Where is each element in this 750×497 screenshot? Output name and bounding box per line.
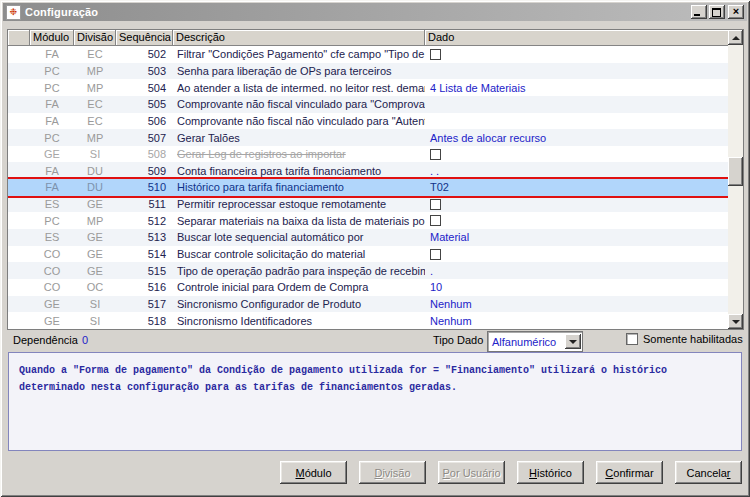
- cell-descricao: Sincronismo Identificadores: [173, 315, 425, 327]
- cell-sequencia: 516: [116, 281, 173, 293]
- cell-modulo: FA: [30, 115, 74, 127]
- dado-checkbox[interactable]: [430, 215, 441, 226]
- por-usuario-button[interactable]: Por Usuário: [438, 461, 505, 484]
- table-body: FA EC 502 Filtrar "Condições Pagamento" …: [8, 46, 728, 329]
- title-bar[interactable]: ❉ Configuração ×: [3, 3, 747, 21]
- arrow-up-icon: [732, 36, 740, 40]
- table-scrollbar[interactable]: [728, 30, 743, 329]
- table-header-row: Módulo Divisão Sequência Descrição Dado: [8, 30, 728, 46]
- cell-dado: T02: [425, 181, 728, 193]
- arrow-down-icon: [732, 320, 740, 324]
- cell-modulo: PC: [30, 82, 74, 94]
- header-sequencia[interactable]: Sequência: [116, 30, 173, 46]
- cell-descricao: Gerar Log de registros ao importar: [173, 148, 425, 160]
- scrollbar-thumb[interactable]: [728, 157, 743, 186]
- dropdown-button[interactable]: [565, 334, 581, 349]
- table-row[interactable]: PC MP 503 Senha para liberação de OPs pa…: [8, 63, 728, 80]
- dado-value: 10: [430, 281, 442, 293]
- cell-sequencia: 511: [116, 198, 173, 210]
- dependencia-value: 0: [82, 334, 88, 346]
- modulo-button[interactable]: Módulo: [280, 461, 347, 484]
- cell-modulo: FA: [30, 165, 74, 177]
- table-row[interactable]: FA DU 509 Conta financeira para tarifa f…: [8, 162, 728, 179]
- config-description-text: Quando a "Forma de pagamento" da Condiçã…: [19, 365, 667, 393]
- cell-modulo: ES: [30, 198, 74, 210]
- cell-sequencia: 510: [116, 181, 173, 193]
- dado-checkbox[interactable]: [430, 149, 441, 160]
- dado-checkbox[interactable]: [430, 199, 441, 210]
- dado-value: .: [430, 265, 433, 277]
- cell-divisao: DU: [74, 165, 116, 177]
- divisao-button[interactable]: Divisão: [359, 461, 426, 484]
- cell-dado: 4 Lista de Materiais: [425, 82, 728, 94]
- cell-sequencia: 508: [116, 148, 173, 160]
- cell-divisao: SI: [74, 298, 116, 310]
- cell-divisao: GE: [74, 231, 116, 243]
- tipo-dado-selected-value: Alfanumérico: [488, 336, 564, 348]
- table-row[interactable]: GE SI 517 Sincronismo Configurador de Pr…: [8, 296, 728, 313]
- header-divisao[interactable]: Divisão: [74, 30, 116, 46]
- scroll-up-button[interactable]: [728, 30, 743, 45]
- table-row[interactable]: PC MP 512 Separar materiais na baixa da …: [8, 212, 728, 229]
- table-row[interactable]: FA EC 502 Filtrar "Condições Pagamento" …: [8, 46, 728, 63]
- cell-dado: [425, 215, 728, 226]
- table-row[interactable]: ES GE 511 Permitir reprocessar estoque r…: [8, 196, 728, 213]
- app-icon: ❉: [6, 5, 21, 20]
- table-row[interactable]: GE SI 508 Gerar Log de registros ao impo…: [8, 146, 728, 163]
- cell-modulo: CO: [30, 281, 74, 293]
- table-row[interactable]: ES GE 513 Buscar lote sequencial automát…: [8, 229, 728, 246]
- dado-value: 4 Lista de Materiais: [430, 82, 525, 94]
- cell-descricao: Filtrar "Condições Pagamento" cfe campo …: [173, 48, 425, 60]
- historico-button[interactable]: Histórico: [517, 461, 584, 484]
- dado-value: T02: [430, 181, 449, 193]
- table-row[interactable]: PC MP 504 Ao atender a lista de intermed…: [8, 79, 728, 96]
- maximize-button[interactable]: [709, 5, 725, 19]
- header-dado[interactable]: Dado: [425, 30, 728, 46]
- close-icon: ×: [728, 5, 744, 18]
- table-row[interactable]: FA EC 505 Comprovante não fiscal vincula…: [8, 96, 728, 113]
- cell-dado: Nenhum: [425, 298, 728, 310]
- window-title: Configuração: [25, 6, 98, 18]
- cell-descricao: Comprovante não fiscal não vinculado par…: [173, 115, 425, 127]
- minimize-icon: [694, 14, 700, 16]
- cell-dado: [425, 249, 728, 260]
- cell-modulo: PC: [30, 65, 74, 77]
- cell-modulo: GE: [30, 315, 74, 327]
- cell-sequencia: 502: [116, 48, 173, 60]
- close-button[interactable]: ×: [728, 5, 744, 19]
- scroll-down-button[interactable]: [728, 314, 743, 329]
- cell-divisao: SI: [74, 148, 116, 160]
- cell-descricao: Sincronismo Configurador de Produto: [173, 298, 425, 310]
- config-description-box: Quando a "Forma de pagamento" da Condiçã…: [8, 352, 742, 451]
- cell-dado: [425, 149, 728, 160]
- confirmar-button[interactable]: Confirmar: [596, 461, 663, 484]
- minimize-button[interactable]: [691, 5, 707, 19]
- table-row[interactable]: CO GE 515 Tipo de operação padrão para i…: [8, 262, 728, 279]
- cell-sequencia: 515: [116, 265, 173, 277]
- somente-habilitadas-label: Somente habilitadas: [643, 333, 743, 345]
- tipo-dado-dropdown[interactable]: Alfanumérico: [487, 331, 583, 352]
- cell-descricao: Tipo de operação padrão para inspeção de…: [173, 265, 425, 277]
- dado-checkbox[interactable]: [430, 49, 441, 60]
- cell-descricao: Separar materiais na baixa da lista de m…: [173, 215, 425, 227]
- cell-divisao: MP: [74, 82, 116, 94]
- cell-descricao: Buscar lote sequencial automático por: [173, 231, 425, 243]
- cell-modulo: PC: [30, 132, 74, 144]
- table-row[interactable]: PC MP 507 Gerar Talões Antes de alocar r…: [8, 129, 728, 146]
- cell-divisao: EC: [74, 115, 116, 127]
- cell-divisao: GE: [74, 265, 116, 277]
- cell-dado: Material: [425, 231, 728, 243]
- cell-sequencia: 506: [116, 115, 173, 127]
- cancelar-button[interactable]: Cancelar: [675, 461, 742, 484]
- header-modulo[interactable]: Módulo: [30, 30, 74, 46]
- table-row[interactable]: FA EC 506 Comprovante não fiscal não vin…: [8, 113, 728, 130]
- table-row[interactable]: FA DU 510 Histórico para tarifa financia…: [8, 179, 728, 196]
- dado-checkbox[interactable]: [430, 249, 441, 260]
- table-row[interactable]: CO OC 516 Controle inicial para Ordem de…: [8, 279, 728, 296]
- table-row[interactable]: CO GE 514 Buscar controle solicitação do…: [8, 246, 728, 263]
- somente-habilitadas-checkbox[interactable]: [626, 333, 638, 345]
- table-row[interactable]: GE SI 518 Sincronismo Identificadores Ne…: [8, 312, 728, 329]
- cell-divisao: EC: [74, 98, 116, 110]
- header-descricao[interactable]: Descrição: [173, 30, 425, 46]
- cell-modulo: ES: [30, 231, 74, 243]
